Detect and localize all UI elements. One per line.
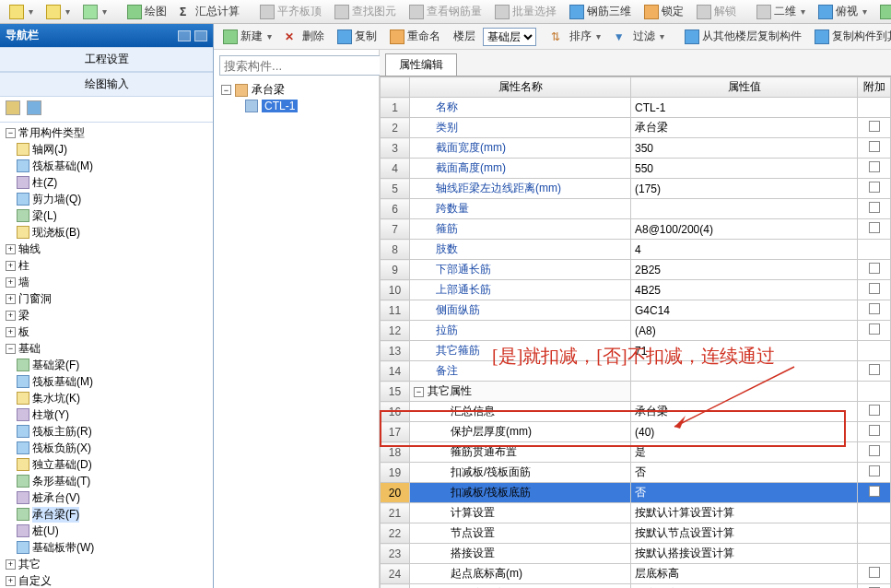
prop-row-10[interactable]: 10上部通长筋4B25 xyxy=(381,280,891,300)
prop-row-12[interactable]: 12拉筋(A8) xyxy=(381,321,891,341)
prop-row-23[interactable]: 23搭接设置按默认搭接设置计算 xyxy=(381,544,891,564)
prop-row-21[interactable]: 21计算设置按默认计算设置计算 xyxy=(381,503,891,523)
nav-common-1[interactable]: 筏板基础(M) xyxy=(0,158,213,174)
tab-property-edit[interactable]: 属性编辑 xyxy=(385,53,457,76)
component-tree[interactable]: −承台梁 CTL-1 xyxy=(214,79,379,588)
btn-unlock[interactable]: 解锁 xyxy=(691,1,742,22)
nav-common-3[interactable]: 剪力墙(Q) xyxy=(0,191,213,207)
nav-tail-1[interactable]: +自定义 xyxy=(0,572,213,588)
prop-row-11[interactable]: 11侧面纵筋G4C14 xyxy=(381,300,891,321)
btn-copy-to-floor[interactable]: 复制构件到其他楼层 xyxy=(809,26,891,47)
nav-tail-0[interactable]: +其它 xyxy=(0,556,213,572)
prop-row-22[interactable]: 22节点设置按默认节点设置计算 xyxy=(381,523,891,544)
btn-delete[interactable]: ✕ 删除 xyxy=(279,26,330,47)
nav-base-8[interactable]: 桩承台(V) xyxy=(0,489,213,506)
property-grid[interactable]: 属性名称 属性值 附加 1名称CTL-12类别承台梁3截面宽度(mm)3504截… xyxy=(380,76,891,588)
btn-rebar3d[interactable]: 钢筋三维 xyxy=(564,1,637,22)
nav-group-2[interactable]: +墙 xyxy=(0,274,213,290)
nav-base-5[interactable]: 筏板负筋(X) xyxy=(0,440,213,456)
col-add: 附加 xyxy=(858,77,891,98)
nav-common-2[interactable]: 柱(Z) xyxy=(0,174,213,191)
nav-group-1[interactable]: +柱 xyxy=(0,257,213,274)
btn-flat[interactable]: 平齐板顶 xyxy=(254,1,327,22)
btn-rename[interactable]: 重命名 xyxy=(384,26,446,47)
btn-draw[interactable]: 绘图 xyxy=(122,1,172,22)
prop-row-13[interactable]: 13其它箍筋71 xyxy=(381,341,891,361)
btn-topview[interactable]: 俯视▾ xyxy=(813,1,873,22)
nav-base-10[interactable]: 桩(U) xyxy=(0,523,213,539)
prop-row-14[interactable]: 14备注 xyxy=(381,361,891,382)
btn-sort[interactable]: ⇅ 排序▾ xyxy=(545,26,605,47)
nav-group-0[interactable]: +轴线 xyxy=(0,241,213,257)
component-toolbar: 新建▾ ✕ 删除 复制 重命名 楼层 基础层 ⇅ 排序▾ ▼ 过滤▾ 从其他楼层… xyxy=(214,24,891,50)
prop-row-19[interactable]: 19扣减板/筏板面筋否 xyxy=(381,463,891,483)
prop-row-2[interactable]: 2类别承台梁 xyxy=(381,118,891,138)
btn-find[interactable]: 查找图元 xyxy=(329,1,402,22)
prop-row-1[interactable]: 1名称CTL-1 xyxy=(381,98,891,118)
col-value: 属性值 xyxy=(631,77,858,98)
col-rownum xyxy=(381,77,410,98)
nav-base-3[interactable]: 柱墩(Y) xyxy=(0,406,213,423)
nav-title: 导航栏 xyxy=(0,24,213,47)
nav-group-4[interactable]: +梁 xyxy=(0,307,213,323)
nav-common-5[interactable]: 现浇板(B) xyxy=(0,224,213,241)
nav-pin-icon[interactable] xyxy=(178,30,191,41)
col-name: 属性名称 xyxy=(410,77,631,98)
btn-batch[interactable]: 批量选择 xyxy=(489,1,562,22)
tree-child[interactable]: CTL-1 xyxy=(217,99,375,113)
prop-row-17[interactable]: 17保护层厚度(mm)(40) xyxy=(381,422,891,442)
nav-group-5[interactable]: +板 xyxy=(0,323,213,340)
btn-dynview[interactable]: 动态观察 xyxy=(874,1,891,22)
btn-lock[interactable]: 锁定 xyxy=(639,1,689,22)
nav-base-4[interactable]: 筏板主筋(R) xyxy=(0,423,213,440)
nav-common-0[interactable]: 轴网(J) xyxy=(0,141,213,158)
nav-base-11[interactable]: 基础板带(W) xyxy=(0,539,213,556)
toolbar-main: ▾ ▾ ▾ 绘图 Σ 汇总计算 平齐板顶 查找图元 查看钢筋量 批量选择 钢筋三… xyxy=(0,0,891,24)
prop-row-18[interactable]: 18箍筋贯通布置是 xyxy=(381,442,891,463)
btn-floor[interactable]: 楼层 xyxy=(448,26,481,47)
prop-row-8[interactable]: 8肢数4 xyxy=(381,240,891,260)
prop-row-15[interactable]: 15−其它属性 xyxy=(381,382,891,402)
nav-group-3[interactable]: +门窗洞 xyxy=(0,290,213,307)
btn-new[interactable]: 新建▾ xyxy=(217,26,277,47)
nav-mode-icons[interactable] xyxy=(0,97,213,123)
btn-back[interactable]: ▾ xyxy=(4,2,39,22)
nav-common-4[interactable]: 梁(L) xyxy=(0,207,213,224)
nav-base-0[interactable]: 基础梁(F) xyxy=(0,357,213,373)
nav-panel: 导航栏 工程设置 绘图输入 −常用构件类型轴网(J)筏板基础(M)柱(Z)剪力墙… xyxy=(0,24,214,588)
prop-row-25[interactable]: 25终点底标高(m)层底标高 xyxy=(381,584,891,589)
nav-root[interactable]: −常用构件类型 xyxy=(0,124,213,141)
prop-row-7[interactable]: 7箍筋A8@100/200(4) xyxy=(381,219,891,240)
nav-base-2[interactable]: 集水坑(K) xyxy=(0,390,213,406)
btn-sum[interactable]: Σ 汇总计算 xyxy=(174,1,245,22)
prop-row-9[interactable]: 9下部通长筋2B25 xyxy=(381,260,891,280)
tab-strip: 属性编辑 xyxy=(380,50,891,76)
btn-copy[interactable]: 复制 xyxy=(332,26,382,47)
prop-row-24[interactable]: 24起点底标高(m)层底标高 xyxy=(381,564,891,584)
btn-copy-from-floor[interactable]: 从其他楼层复制构件 xyxy=(679,26,807,47)
btn-redo[interactable]: ▾ xyxy=(77,2,112,22)
prop-row-6[interactable]: 6跨数量 xyxy=(381,199,891,219)
tree-root[interactable]: −承台梁 xyxy=(217,81,375,99)
prop-row-4[interactable]: 4截面高度(mm)550 xyxy=(381,159,891,179)
btn-filter[interactable]: ▼ 过滤▾ xyxy=(608,26,670,47)
nav-tree[interactable]: −常用构件类型轴网(J)筏板基础(M)柱(Z)剪力墙(Q)梁(L)现浇板(B)+… xyxy=(0,123,213,588)
btn-rebar-qty[interactable]: 查看钢筋量 xyxy=(404,1,487,22)
nav-base-6[interactable]: 独立基础(D) xyxy=(0,456,213,473)
nav-section-settings[interactable]: 工程设置 xyxy=(0,47,213,72)
nav-base-7[interactable]: 条形基础(T) xyxy=(0,473,213,489)
layer-select[interactable]: 基础层 xyxy=(483,28,536,46)
nav-close-icon[interactable] xyxy=(194,30,207,41)
btn-undo[interactable]: ▾ xyxy=(41,2,76,22)
btn-view2d[interactable]: 二维▾ xyxy=(751,1,811,22)
nav-group-6[interactable]: −基础 xyxy=(0,340,213,357)
prop-row-3[interactable]: 3截面宽度(mm)350 xyxy=(381,138,891,159)
prop-row-20[interactable]: 20扣减板/筏板底筋否 xyxy=(381,483,891,503)
nav-base-9[interactable]: 承台梁(F) xyxy=(0,506,213,523)
nav-base-1[interactable]: 筏板基础(M) xyxy=(0,373,213,390)
prop-row-5[interactable]: 5轴线距梁左边线距离(mm)(175) xyxy=(381,179,891,199)
prop-row-16[interactable]: 16汇总信息承台梁 xyxy=(381,402,891,422)
nav-section-draw[interactable]: 绘图输入 xyxy=(0,72,213,97)
search-input[interactable] xyxy=(219,55,384,76)
